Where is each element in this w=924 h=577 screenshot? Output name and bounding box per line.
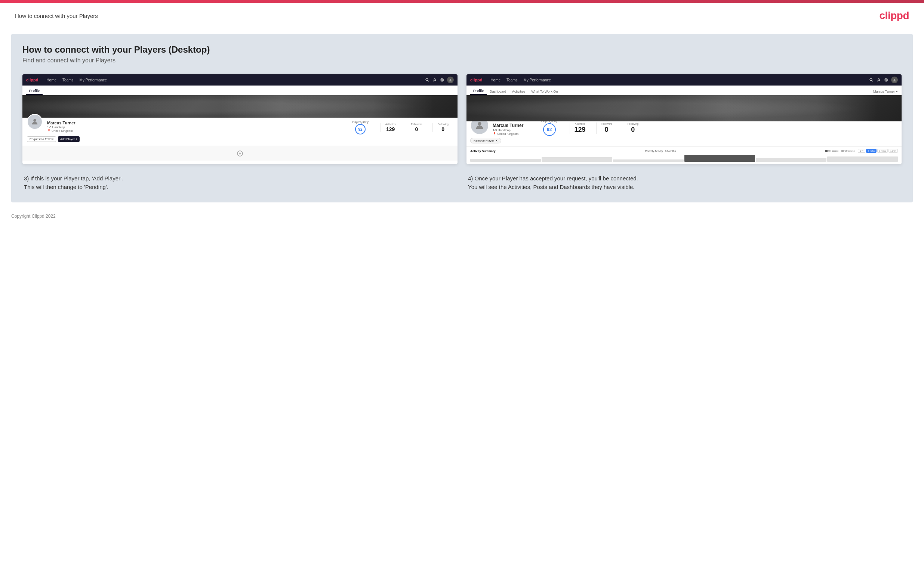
screenshot-2: clippd Home Teams My Performance	[467, 74, 901, 164]
page-header: How to connect with your Players clippd	[0, 3, 924, 27]
search-icon-2[interactable]	[869, 77, 874, 82]
page-footer: Copyright Clippd 2022	[0, 210, 924, 222]
svg-point-6	[33, 119, 36, 122]
stats-row-1: Player Quality 92 Activities 129 Followe…	[352, 121, 453, 134]
description-4-text: 4) Once your Player has accepted your re…	[468, 174, 900, 191]
svg-point-5	[450, 79, 451, 80]
period-1mth[interactable]: 1 mth	[888, 149, 898, 153]
chevron-down-icon: ▾	[896, 90, 898, 93]
settings-icon-2[interactable]	[884, 77, 889, 82]
activity-legend: On course Off course	[825, 150, 855, 152]
screenshot-1: clippd Home Teams My Performance	[23, 74, 457, 164]
svg-point-12	[885, 79, 887, 81]
breadcrumb: How to connect with your Players	[15, 13, 98, 19]
tab-whattoworkon-2[interactable]: What To Work On	[528, 85, 561, 95]
profile-name-1: Marcus Turner	[47, 121, 347, 125]
location-icon-1: 📍	[47, 129, 51, 132]
description-4: 4) Once your Player has accepted your re…	[467, 174, 901, 191]
stat-followers-2: Followers 0	[596, 122, 617, 134]
close-icon: ✕	[495, 139, 498, 142]
nav-teams-1[interactable]: Teams	[60, 74, 76, 85]
svg-point-14	[894, 79, 895, 80]
settings-icon-1[interactable]	[439, 77, 445, 82]
nav-myperformance-1[interactable]: My Performance	[77, 74, 110, 85]
profile-buttons-1: Request to Follow Add Player +	[27, 136, 453, 142]
off-course-dot	[842, 150, 844, 152]
on-course-dot	[825, 150, 827, 152]
top-bar	[0, 0, 924, 3]
svg-point-11	[878, 79, 880, 80]
activity-chart	[470, 154, 898, 162]
profile-handicap-1: 1-5 Handicap	[47, 126, 347, 129]
tab-dashboard-2[interactable]: Dashboard	[487, 85, 509, 95]
clippd-logo: clippd	[880, 10, 909, 22]
legend-on-course: On course	[825, 150, 839, 152]
svg-point-2	[434, 79, 435, 80]
people-icon-2[interactable]	[876, 77, 881, 82]
svg-point-0	[426, 79, 428, 81]
app-nav-1: clippd Home Teams My Performance	[23, 74, 457, 85]
period-1yr[interactable]: 1 yr	[858, 149, 865, 153]
svg-line-10	[872, 81, 873, 82]
request-follow-button[interactable]: Request to Follow	[27, 136, 56, 142]
profile-info-2: Marcus Turner 1-5 Handicap 📍 United King…	[493, 123, 534, 135]
quality-value-2: 92	[543, 123, 556, 136]
activity-header: Activity Summary Monthly Activity · 6 Mo…	[470, 149, 898, 153]
quality-value-1: 92	[355, 124, 365, 134]
bar-1	[470, 159, 541, 162]
profile-details-1: Marcus Turner 1-5 Handicap 📍 United King…	[47, 121, 347, 132]
app-nav-icons-1	[425, 77, 454, 83]
description-3: 3) If this is your Player tap, 'Add Play…	[23, 174, 457, 191]
avatar-1[interactable]	[447, 77, 454, 83]
bar-4	[684, 155, 755, 162]
period-buttons: 1 yr 6 mths 3 mths 1 mth	[858, 149, 898, 153]
hero-banner-2	[467, 95, 901, 121]
add-player-button[interactable]: Add Player +	[58, 136, 80, 142]
screenshots-row: clippd Home Teams My Performance	[23, 74, 901, 164]
bottom-placeholder-1	[23, 146, 457, 161]
period-3mths[interactable]: 3 mths	[877, 149, 888, 153]
descriptions-row: 3) If this is your Player tap, 'Add Play…	[23, 174, 901, 191]
avatar-circle-1	[27, 114, 43, 130]
profile-name-2: Marcus Turner	[493, 123, 534, 128]
app-nav-items-2: Home Teams My Performance	[488, 74, 869, 85]
period-6mths[interactable]: 6 mths	[866, 149, 877, 153]
app-nav-logo-1: clippd	[26, 78, 38, 82]
profile-section-2: Marcus Turner 1-5 Handicap 📍 United King…	[467, 121, 901, 147]
stat-followers-1: Followers 0	[406, 123, 426, 132]
profile-handicap-2: 1-5 Handicap	[493, 129, 534, 132]
tab-profile-2[interactable]: Profile	[470, 85, 487, 95]
player-quality-2: Player Quality 92	[541, 120, 558, 136]
bar-2	[542, 157, 612, 162]
page-title: How to connect with your Players (Deskto…	[23, 44, 901, 55]
player-quality-1: Player Quality 92	[352, 121, 368, 134]
bar-3	[613, 160, 684, 162]
nav-home-2[interactable]: Home	[488, 74, 504, 85]
svg-point-9	[870, 79, 872, 81]
app-nav-logo-2: clippd	[470, 78, 482, 82]
app-tabs-2: Profile Dashboard Activities What To Wor…	[467, 85, 901, 95]
search-icon-1[interactable]	[425, 77, 430, 82]
nav-home-1[interactable]: Home	[44, 74, 60, 85]
nav-teams-2[interactable]: Teams	[504, 74, 520, 85]
tab-activities-2[interactable]: Activities	[509, 85, 528, 95]
remove-player-button[interactable]: Remove Player ✕	[470, 138, 501, 143]
app-nav-2: clippd Home Teams My Performance	[467, 74, 901, 85]
svg-point-13	[885, 79, 888, 81]
activity-summary: Activity Summary Monthly Activity · 6 Mo…	[467, 147, 901, 164]
stats-row-2: Player Quality 92 Activities 129 Followe…	[541, 120, 898, 136]
svg-line-1	[428, 81, 429, 82]
tab-profile-1[interactable]: Profile	[26, 85, 43, 95]
avatar-2[interactable]	[891, 77, 898, 83]
people-icon-1[interactable]	[432, 77, 437, 82]
main-content: How to connect with your Players (Deskto…	[11, 34, 913, 202]
tab-user-2: Marcus Turner ▾	[873, 90, 898, 95]
copyright-text: Copyright Clippd 2022	[11, 214, 56, 219]
activity-controls: On course Off course 1 yr 6 mths 3 mths	[825, 149, 898, 153]
stat-activities-1: Activities 129	[381, 123, 400, 132]
profile-location-2: 📍 United Kingdom	[493, 132, 534, 135]
stat-following-2: Following 0	[623, 122, 643, 134]
location-icon-2: 📍	[493, 132, 496, 135]
page-subtitle: Find and connect with your Players	[23, 57, 901, 64]
nav-myperformance-2[interactable]: My Performance	[521, 74, 554, 85]
